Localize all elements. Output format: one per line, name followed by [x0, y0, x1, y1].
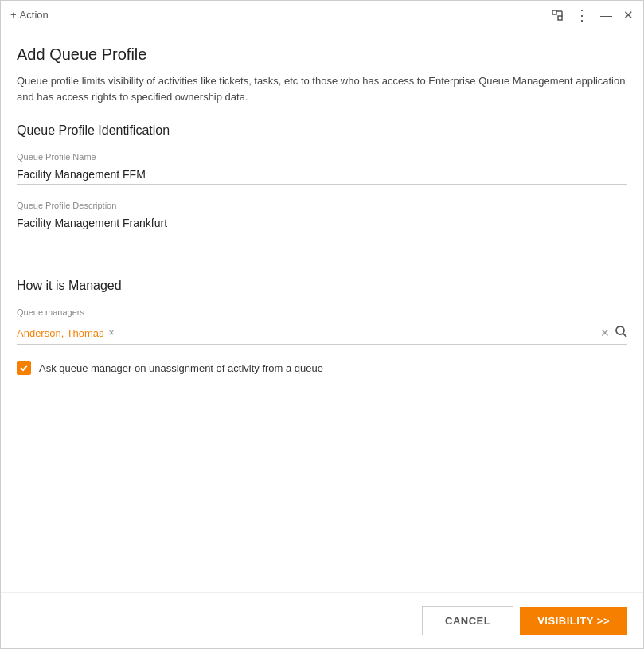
checkbox-label: Ask queue manager on unassignment of act… — [39, 362, 323, 374]
expand-icon[interactable] — [551, 9, 564, 22]
search-icon[interactable] — [615, 325, 627, 341]
minimize-icon[interactable]: — — [600, 8, 612, 22]
title-bar: + Action ⋮ — ✕ — [1, 1, 643, 29]
svg-rect-0 — [552, 10, 556, 14]
menu-icon[interactable]: ⋮ — [575, 6, 589, 24]
page-description: Queue profile limits visibility of activ… — [17, 73, 627, 104]
clear-icon[interactable]: ✕ — [600, 326, 610, 339]
description-field-group: Queue Profile Description — [17, 201, 627, 233]
content-area: Add Queue Profile Queue profile limits v… — [1, 29, 643, 592]
manager-tag: Anderson, Thomas × — [17, 327, 115, 339]
main-window: + Action ⋮ — ✕ Add Queue Profile Queue p… — [0, 0, 644, 649]
identification-section-title: Queue Profile Identification — [17, 123, 627, 138]
action-button[interactable]: + Action — [10, 9, 49, 21]
name-field-group: Queue Profile Name — [17, 152, 627, 185]
page-title: Add Queue Profile — [17, 45, 627, 64]
svg-line-5 — [623, 334, 626, 337]
manager-tag-remove[interactable]: × — [109, 327, 115, 338]
svg-point-4 — [616, 326, 624, 334]
managers-field[interactable]: Anderson, Thomas × ✕ — [17, 322, 627, 345]
footer: CANCEL VISIBILITY >> — [1, 592, 643, 648]
visibility-button[interactable]: VISIBILITY >> — [520, 607, 627, 635]
description-label: Queue Profile Description — [17, 201, 627, 210]
section-divider — [17, 256, 627, 256]
title-bar-left: + Action — [10, 9, 49, 21]
plus-icon: + — [10, 9, 17, 21]
management-section: How it is Managed Queue managers Anderso… — [17, 279, 627, 375]
name-label: Queue Profile Name — [17, 152, 627, 162]
checkbox-row: Ask queue manager on unassignment of act… — [17, 361, 627, 375]
close-icon[interactable]: ✕ — [623, 8, 634, 22]
cancel-button[interactable]: CANCEL — [422, 606, 513, 635]
name-input[interactable] — [17, 165, 627, 185]
managers-label: Queue managers — [17, 307, 627, 317]
ask-manager-checkbox[interactable] — [17, 361, 31, 375]
description-input[interactable] — [17, 213, 627, 233]
action-label: Action — [20, 9, 49, 21]
manager-tag-name: Anderson, Thomas — [17, 327, 104, 339]
field-actions: ✕ — [600, 325, 627, 341]
management-section-title: How it is Managed — [17, 279, 627, 293]
title-bar-icons: ⋮ — ✕ — [551, 6, 634, 24]
